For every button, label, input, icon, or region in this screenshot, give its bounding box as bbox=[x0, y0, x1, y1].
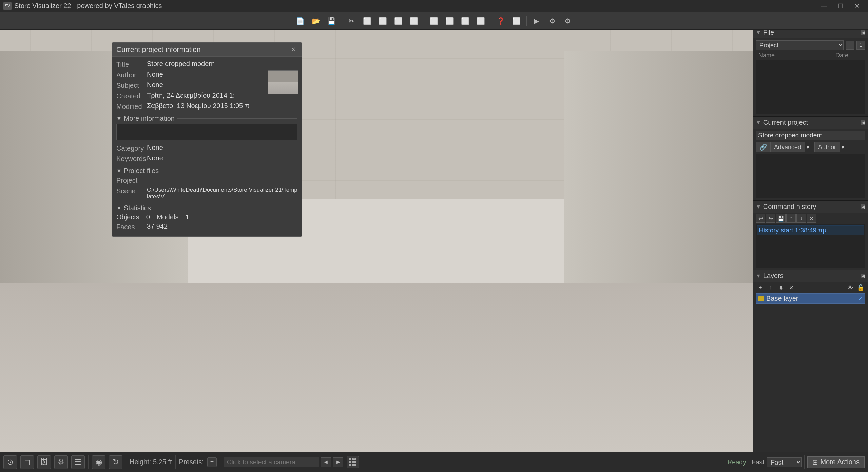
project-files-section-header[interactable]: ▼ Project files bbox=[116, 165, 297, 176]
statistics-arrow: ▼ bbox=[116, 205, 122, 211]
file-add-button[interactable]: + bbox=[846, 41, 854, 50]
project-name-input[interactable] bbox=[756, 131, 865, 140]
cmd-redo-button[interactable]: ↪ bbox=[766, 214, 775, 223]
layer-delete-button[interactable]: ✕ bbox=[786, 283, 796, 292]
more-actions-button[interactable]: ⊞ More Actions bbox=[807, 456, 865, 468]
status-btn-1[interactable]: ⊙ bbox=[3, 455, 17, 469]
play-button[interactable]: ▶ bbox=[529, 15, 544, 27]
cmd-history-item[interactable]: History start 1:38:49 πμ bbox=[757, 225, 864, 235]
grid-dot-3 bbox=[354, 458, 356, 460]
cmd-down-button[interactable]: ↓ bbox=[796, 214, 806, 223]
objects-label: Objects bbox=[116, 213, 139, 221]
section-line-2 bbox=[161, 171, 297, 171]
cmd-save-state-button[interactable]: 💾 bbox=[776, 214, 786, 223]
advanced-button[interactable]: Advanced bbox=[770, 142, 805, 152]
status-btn-3[interactable]: 🖼 bbox=[37, 455, 51, 469]
close-button[interactable]: ✕ bbox=[849, 0, 865, 12]
status-btn-5[interactable]: ☰ bbox=[71, 455, 85, 469]
toolbar-btn-7[interactable]: ⬜ bbox=[391, 15, 406, 27]
camera-prev-button[interactable]: ◄ bbox=[321, 457, 331, 467]
title-label: Title bbox=[116, 60, 147, 68]
base-layer-item[interactable]: Base layer ✓ bbox=[756, 293, 865, 304]
toolbar-btn-9[interactable]: ⬜ bbox=[427, 15, 441, 27]
layer-add-button[interactable]: + bbox=[756, 283, 765, 292]
layers-pin-button[interactable]: ◀ bbox=[861, 274, 865, 278]
current-project-arrow: ▼ bbox=[756, 120, 761, 126]
presets-add-button[interactable]: + bbox=[207, 457, 217, 467]
command-history-section: ▼ Command history ◀ ↩ ↪ 💾 ↑ ↓ ✕ History … bbox=[753, 201, 868, 270]
grid-button[interactable] bbox=[347, 456, 359, 468]
author-dropdown-arrow[interactable]: ▼ bbox=[840, 142, 846, 152]
file-project-row: Project + 1 bbox=[756, 40, 865, 50]
toolbar-btn-10[interactable]: ⬜ bbox=[443, 15, 457, 27]
author-button[interactable]: Author bbox=[815, 142, 840, 152]
new-file-button[interactable]: 📄 bbox=[293, 15, 308, 27]
current-project-pin-button[interactable]: ◀ bbox=[861, 120, 865, 125]
status-btn-2[interactable]: ◻ bbox=[20, 455, 34, 469]
advanced-icon[interactable]: 🔗 bbox=[756, 142, 770, 152]
scene-file-value: C:\Users\WhiteDeath\Documents\Store Visu… bbox=[147, 186, 297, 200]
view-button[interactable]: ⬜ bbox=[509, 15, 524, 27]
toolbar-btn-5[interactable]: ⬜ bbox=[360, 15, 374, 27]
file-col-name: Name bbox=[758, 52, 835, 59]
status-refresh-button[interactable]: ↻ bbox=[109, 455, 122, 469]
file-pin-button[interactable]: ◀ bbox=[861, 30, 865, 35]
height-label: Height: 5.25 ft bbox=[130, 458, 172, 466]
status-ready-text: Ready bbox=[728, 458, 746, 466]
floor-surface bbox=[0, 283, 753, 452]
cmd-history-list[interactable]: History start 1:38:49 πμ bbox=[756, 224, 865, 268]
objects-value: 0 bbox=[146, 213, 150, 221]
camera-next-button[interactable]: ► bbox=[333, 457, 343, 467]
statistics-section-header[interactable]: ▼ Statistics bbox=[116, 202, 297, 213]
thumbnail-image bbox=[268, 71, 298, 94]
maximize-button[interactable]: ☐ bbox=[833, 0, 848, 12]
modified-label: Modified bbox=[116, 102, 147, 111]
toolbar-btn-12[interactable]: ⬜ bbox=[474, 15, 488, 27]
file-project-select[interactable]: Project bbox=[756, 40, 844, 50]
settings-button[interactable]: ⚙ bbox=[561, 15, 575, 27]
category-row: Category None bbox=[116, 144, 297, 152]
more-info-section-header[interactable]: ▼ More information bbox=[116, 113, 297, 124]
file-number-button[interactable]: 1 bbox=[856, 41, 865, 50]
author-label: Author bbox=[116, 71, 147, 79]
toolbar-btn-8[interactable]: ⬜ bbox=[407, 15, 421, 27]
advanced-dropdown-arrow[interactable]: ▼ bbox=[805, 142, 811, 152]
more-actions-grid-icon: ⊞ bbox=[812, 458, 818, 466]
layer-lock-button[interactable]: 🔒 bbox=[856, 283, 865, 292]
save-button[interactable]: 💾 bbox=[325, 15, 339, 27]
toolbar-btn-11[interactable]: ⬜ bbox=[458, 15, 472, 27]
dialog-close-button[interactable]: × bbox=[289, 45, 297, 54]
render-button[interactable]: ⚙ bbox=[545, 15, 559, 27]
layers-title: Layers bbox=[763, 272, 859, 280]
grid-dot-9 bbox=[354, 464, 356, 466]
more-info-textarea[interactable] bbox=[116, 124, 297, 140]
section-line bbox=[177, 118, 297, 119]
layers-header[interactable]: ▼ Layers ◀ bbox=[753, 270, 868, 282]
category-label: Category bbox=[116, 144, 147, 152]
help-button[interactable]: ❓ bbox=[494, 15, 508, 27]
faces-row: Faces 37 942 bbox=[116, 222, 297, 231]
project-description-area[interactable] bbox=[756, 154, 865, 198]
cmd-history-pin-button[interactable]: ◀ bbox=[861, 204, 865, 209]
status-circle-button[interactable]: ◉ bbox=[92, 455, 105, 469]
fast-select[interactable]: Fast Medium High bbox=[767, 457, 802, 467]
toolbar-btn-6[interactable]: ⬜ bbox=[376, 15, 390, 27]
toolbar-btn-4[interactable]: ✂ bbox=[345, 15, 359, 27]
current-project-header[interactable]: ▼ Current project ◀ bbox=[753, 117, 868, 129]
grid-icon bbox=[349, 458, 356, 466]
open-file-button[interactable]: 📂 bbox=[309, 15, 323, 27]
file-collapse-arrow: ▼ bbox=[756, 29, 761, 36]
cmd-undo-button[interactable]: ↩ bbox=[756, 214, 765, 223]
keywords-row: Keywords None bbox=[116, 154, 297, 163]
file-table-area[interactable] bbox=[756, 60, 865, 114]
toolbar-separator-2 bbox=[424, 16, 424, 26]
cmd-up-button[interactable]: ↑ bbox=[786, 214, 796, 223]
status-btn-4[interactable]: ⚙ bbox=[54, 455, 68, 469]
command-history-header[interactable]: ▼ Command history ◀ bbox=[753, 201, 868, 213]
cmd-delete-button[interactable]: ✕ bbox=[807, 214, 816, 223]
layer-btn-3[interactable]: ⬇ bbox=[776, 283, 786, 292]
camera-input[interactable] bbox=[224, 457, 319, 467]
layer-btn-2[interactable]: ↑ bbox=[766, 283, 775, 292]
minimize-button[interactable]: — bbox=[816, 0, 832, 12]
layer-visibility-button[interactable]: 👁 bbox=[846, 283, 855, 292]
